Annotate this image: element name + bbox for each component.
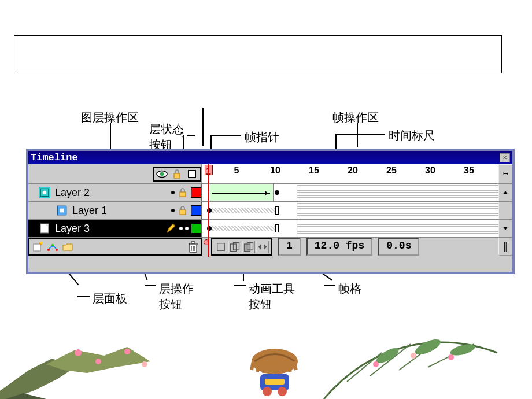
svg-point-33 — [263, 387, 272, 396]
svg-rect-5 — [180, 192, 186, 197]
layer-name: Layer 3 — [55, 223, 90, 235]
ruler-options-button[interactable]: ↦ — [498, 164, 512, 183]
keyframe-rect[interactable] — [275, 224, 279, 232]
lock-dot[interactable] — [185, 227, 189, 230]
elapsed-time-field: 0.0s — [378, 238, 419, 256]
close-button[interactable]: ✕ — [500, 153, 510, 162]
line — [110, 123, 111, 149]
outline-toggle[interactable] — [186, 168, 198, 180]
animation-tools — [211, 238, 272, 256]
svg-point-26 — [75, 349, 82, 356]
edit-frames-button[interactable] — [256, 241, 269, 253]
svg-rect-8 — [180, 210, 186, 215]
visible-dot[interactable] — [171, 209, 175, 212]
fps-field: 12.0 fps — [306, 238, 372, 256]
layer-operations — [28, 238, 202, 256]
svg-point-12 — [47, 249, 50, 251]
timeline-window: Timeline ✕ 1 5 10 15 20 25 30 — [26, 149, 515, 274]
svg-point-29 — [142, 361, 147, 367]
label-layer-status-btn: 层状态 按钮 — [149, 121, 184, 153]
pencil-icon — [165, 223, 177, 234]
scroll-up-button[interactable] — [498, 184, 512, 201]
line — [202, 108, 204, 146]
layer-row-2[interactable]: Layer 2 — [28, 184, 512, 202]
lock-icon[interactable] — [177, 205, 189, 216]
tick-15: 15 — [309, 165, 319, 176]
color-swatch[interactable] — [191, 223, 201, 234]
trash-icon[interactable] — [188, 241, 198, 253]
svg-point-13 — [51, 244, 54, 246]
keyframe-rect[interactable] — [275, 206, 279, 215]
svg-rect-32 — [265, 379, 285, 385]
svg-point-28 — [124, 349, 130, 354]
svg-rect-10 — [34, 244, 40, 251]
label-anim-tool-btn: 动画工具 按钮 — [249, 281, 295, 312]
page-layer-icon — [39, 223, 50, 234]
svg-point-14 — [56, 249, 58, 251]
color-swatch[interactable] — [191, 187, 201, 198]
visible-dot[interactable] — [171, 191, 175, 194]
visible-dot[interactable] — [179, 227, 183, 230]
layer-name: Layer 2 — [55, 187, 90, 199]
add-layer-icon[interactable] — [32, 242, 43, 252]
mask-layer-icon — [39, 187, 50, 198]
tick-10: 10 — [270, 165, 280, 176]
line — [77, 296, 90, 297]
layer-info-1[interactable]: Layer 1 — [28, 202, 202, 219]
scroll-down-button[interactable] — [498, 220, 512, 237]
frame-track-2[interactable] — [202, 184, 498, 201]
bottom-bar: 1 12.0 fps 0.0s ║ — [28, 238, 512, 256]
tick-35: 35 — [464, 165, 474, 176]
layer-info-2[interactable]: Layer 2 — [28, 184, 202, 201]
footer-decoration — [0, 335, 532, 399]
lock-icon[interactable] — [177, 187, 189, 198]
label-frame-cell: 帧格 — [338, 281, 361, 297]
label-time-ruler: 时间标尺 — [389, 128, 435, 143]
label-layer-panel: 层面板 — [93, 291, 127, 306]
svg-rect-31 — [260, 374, 289, 390]
svg-point-1 — [160, 172, 164, 175]
line — [145, 285, 156, 286]
frame-track-1[interactable] — [202, 202, 498, 219]
time-ruler[interactable]: 1 5 10 15 20 25 30 35 — [202, 164, 498, 183]
current-frame-field: 1 — [278, 238, 301, 256]
lock-icon[interactable] — [171, 168, 183, 180]
tick-5: 5 — [234, 165, 239, 176]
line — [210, 135, 241, 136]
label-frame-op-area: 帧操作区 — [332, 110, 379, 125]
svg-point-35 — [374, 345, 401, 366]
add-folder-icon[interactable] — [62, 242, 73, 252]
svg-point-36 — [413, 337, 442, 358]
svg-rect-2 — [174, 173, 180, 178]
svg-point-34 — [278, 387, 287, 396]
svg-rect-21 — [217, 243, 225, 250]
svg-point-38 — [373, 361, 379, 367]
eye-icon[interactable] — [156, 168, 168, 180]
svg-point-11 — [40, 242, 43, 244]
label-layer-op-btn: 层操作 按钮 — [159, 281, 194, 312]
svg-rect-17 — [191, 242, 195, 243]
frame-track-3[interactable] — [202, 220, 498, 237]
svg-point-4 — [43, 191, 47, 195]
header-row: 1 5 10 15 20 25 30 35 ↦ — [28, 164, 512, 184]
svg-point-37 — [449, 342, 476, 358]
layer-row-3[interactable]: Layer 3 — [28, 220, 512, 238]
svg-point-30 — [252, 349, 298, 374]
color-swatch[interactable] — [191, 205, 201, 216]
layer-row-1[interactable]: Layer 1 — [28, 202, 512, 220]
title-bar[interactable]: Timeline ✕ — [28, 151, 512, 164]
description-box — [14, 35, 502, 73]
resize-handle[interactable]: ║ — [498, 238, 512, 256]
svg-point-27 — [95, 359, 101, 364]
status-buttons — [153, 167, 201, 182]
add-guide-icon[interactable] — [47, 242, 58, 252]
keyframe-dot[interactable] — [275, 190, 279, 195]
line — [357, 123, 358, 147]
onion-outline-button[interactable] — [242, 241, 255, 253]
layer-info-3[interactable]: Layer 3 — [28, 220, 202, 237]
window-title: Timeline — [31, 152, 78, 163]
svg-point-39 — [411, 353, 416, 359]
center-frame-button[interactable] — [215, 241, 227, 253]
onion-skin-button[interactable] — [228, 241, 241, 253]
label-frame-pointer: 帧指针 — [245, 130, 279, 145]
